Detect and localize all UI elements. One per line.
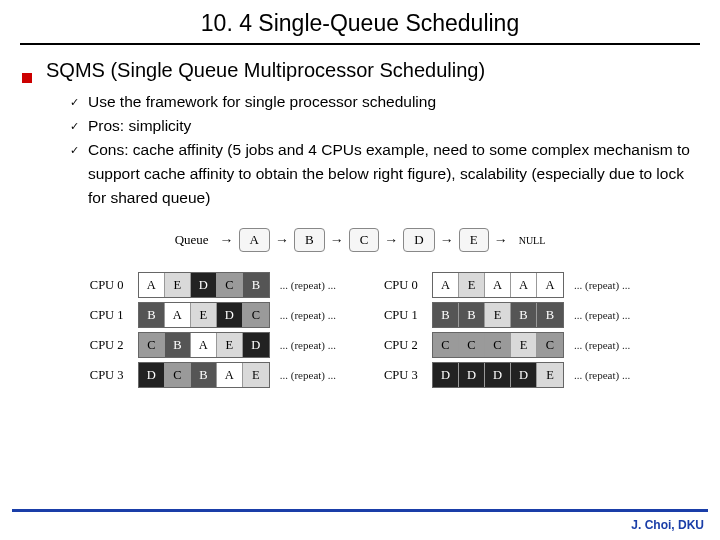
- queue-node: A: [239, 228, 270, 252]
- list-item: ✓ Cons: cache affinity (5 jobs and 4 CPU…: [70, 138, 698, 210]
- schedule-cell: D: [217, 303, 243, 327]
- schedule-cell: D: [191, 273, 217, 297]
- schedule-cell: E: [537, 363, 563, 387]
- repeat-label: ... (repeat) ...: [280, 339, 336, 351]
- heading-text: SQMS (Single Queue Multiprocessor Schedu…: [46, 59, 485, 82]
- cpu-label: CPU 2: [384, 338, 432, 353]
- arrow-icon: →: [330, 232, 344, 248]
- cpu-label: CPU 1: [90, 308, 138, 323]
- cell-group: CBAED: [138, 332, 270, 358]
- bullet-list: ✓ Use the framework for single processor…: [70, 90, 698, 210]
- cell-group: DDDDE: [432, 362, 564, 388]
- schedule-cell: D: [433, 363, 459, 387]
- cell-group: CCCEC: [432, 332, 564, 358]
- queue-node: C: [349, 228, 380, 252]
- schedule-cell: B: [139, 303, 165, 327]
- bullet-text: Pros: simplicity: [88, 114, 698, 138]
- schedule-cell: B: [511, 303, 537, 327]
- arrow-icon: →: [275, 232, 289, 248]
- schedule-cell: A: [139, 273, 165, 297]
- arrow-icon: →: [494, 232, 508, 248]
- bullet-text: Use the framework for single processor s…: [88, 90, 698, 114]
- cpu-label: CPU 1: [384, 308, 432, 323]
- schedule-cell: D: [139, 363, 165, 387]
- cpu-label: CPU 2: [90, 338, 138, 353]
- schedule-cell: E: [217, 333, 243, 357]
- schedule-cell: E: [511, 333, 537, 357]
- schedule-cell: C: [139, 333, 165, 357]
- repeat-label: ... (repeat) ...: [280, 309, 336, 321]
- schedule-cell: C: [485, 333, 511, 357]
- cpu-label: CPU 3: [384, 368, 432, 383]
- schedule-cell: B: [191, 363, 217, 387]
- table-row: CPU 0AEDCB... (repeat) ...: [90, 270, 336, 300]
- cell-group: BAEDC: [138, 302, 270, 328]
- repeat-label: ... (repeat) ...: [280, 279, 336, 291]
- list-item: ✓ Use the framework for single processor…: [70, 90, 698, 114]
- schedule-cell: B: [459, 303, 485, 327]
- schedule-cell: A: [165, 303, 191, 327]
- title-rule: [20, 43, 700, 45]
- queue-node: D: [403, 228, 434, 252]
- repeat-label: ... (repeat) ...: [574, 369, 630, 381]
- schedule-cell: E: [459, 273, 485, 297]
- arrow-icon: →: [440, 232, 454, 248]
- content-area: SQMS (Single Queue Multiprocessor Schedu…: [0, 59, 720, 390]
- cell-group: AEDCB: [138, 272, 270, 298]
- arrow-icon: →: [384, 232, 398, 248]
- table-row: CPU 2CCCEC... (repeat) ...: [384, 330, 630, 360]
- table-row: CPU 2CBAED... (repeat) ...: [90, 330, 336, 360]
- slide-title: 10. 4 Single-Queue Scheduling: [0, 0, 720, 43]
- schedule-cell: D: [459, 363, 485, 387]
- schedule-cell: A: [511, 273, 537, 297]
- table-row: CPU 1BBEBB... (repeat) ...: [384, 300, 630, 330]
- bullet-text: Cons: cache affinity (5 jobs and 4 CPUs …: [88, 138, 698, 210]
- repeat-label: ... (repeat) ...: [280, 369, 336, 381]
- schedule-cell: A: [485, 273, 511, 297]
- queue-node: B: [294, 228, 325, 252]
- bullet-square-icon: [22, 73, 32, 83]
- schedule-cell: D: [511, 363, 537, 387]
- table-row: CPU 3DDDDE... (repeat) ...: [384, 360, 630, 390]
- schedule-cell: E: [485, 303, 511, 327]
- check-icon: ✓: [70, 142, 88, 214]
- schedule-cell: E: [191, 303, 217, 327]
- schedule-cell: D: [243, 333, 269, 357]
- schedule-cell: B: [537, 303, 563, 327]
- left-schedule-table: CPU 0AEDCB... (repeat) ...CPU 1BAEDC... …: [90, 270, 336, 390]
- schedule-cell: B: [165, 333, 191, 357]
- schedule-tables: CPU 0AEDCB... (repeat) ...CPU 1BAEDC... …: [22, 270, 698, 390]
- schedule-cell: A: [537, 273, 563, 297]
- schedule-cell: A: [433, 273, 459, 297]
- list-item: ✓ Pros: simplicity: [70, 114, 698, 138]
- schedule-cell: C: [243, 303, 269, 327]
- queue-null: NULL: [519, 235, 546, 246]
- schedule-cell: C: [165, 363, 191, 387]
- schedule-cell: C: [459, 333, 485, 357]
- right-schedule-table: CPU 0AEAAA... (repeat) ...CPU 1BBEBB... …: [384, 270, 630, 390]
- footer-text: J. Choi, DKU: [631, 518, 704, 532]
- schedule-cell: D: [485, 363, 511, 387]
- heading-row: SQMS (Single Queue Multiprocessor Schedu…: [22, 59, 698, 82]
- repeat-label: ... (repeat) ...: [574, 339, 630, 351]
- schedule-cell: A: [217, 363, 243, 387]
- schedule-cell: C: [537, 333, 563, 357]
- queue-label: Queue: [175, 232, 209, 248]
- arrow-icon: →: [220, 232, 234, 248]
- cell-group: DCBAE: [138, 362, 270, 388]
- schedule-cell: E: [165, 273, 191, 297]
- table-row: CPU 1BAEDC... (repeat) ...: [90, 300, 336, 330]
- schedule-cell: C: [217, 273, 243, 297]
- cell-group: BBEBB: [432, 302, 564, 328]
- table-row: CPU 0AEAAA... (repeat) ...: [384, 270, 630, 300]
- cpu-label: CPU 0: [384, 278, 432, 293]
- cpu-label: CPU 0: [90, 278, 138, 293]
- repeat-label: ... (repeat) ...: [574, 279, 630, 291]
- queue-node: E: [459, 228, 489, 252]
- schedule-cell: B: [243, 273, 269, 297]
- table-row: CPU 3DCBAE... (repeat) ...: [90, 360, 336, 390]
- check-icon: ✓: [70, 94, 88, 118]
- schedule-cell: E: [243, 363, 269, 387]
- schedule-cell: C: [433, 333, 459, 357]
- schedule-cell: A: [191, 333, 217, 357]
